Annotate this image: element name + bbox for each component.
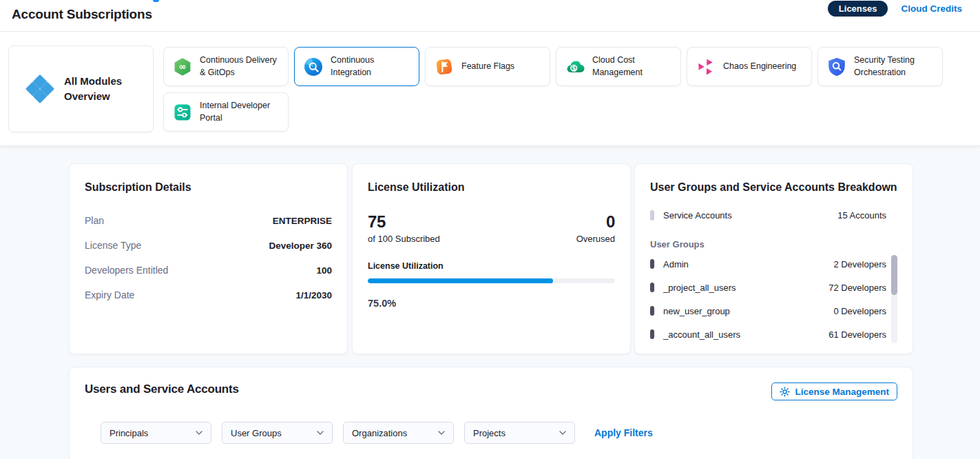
user-group-label: _project_all_users <box>663 283 828 293</box>
row-label: License Type <box>85 240 141 251</box>
gear-icon <box>780 387 790 397</box>
modules-grid: ∞ Continuous Delivery & GitOps Continuou… <box>163 47 943 132</box>
module-card-sto[interactable]: Security Testing Orchestration <box>817 47 943 86</box>
row-label: Developers Entitled <box>85 265 168 276</box>
row-value: Developer 360 <box>269 241 332 251</box>
user-group-label: _account_all_users <box>663 329 828 340</box>
row-value: 1/1/2030 <box>295 290 332 300</box>
module-card-idp[interactable]: Internal Developer Portal <box>163 92 289 132</box>
cloud-credits-tab[interactable]: Cloud Credits <box>901 3 962 14</box>
page-title: Account Subscriptions <box>12 7 152 22</box>
card-title: User Groups and Service Accounts Breakdo… <box>650 181 897 194</box>
projects-dropdown[interactable]: Projects <box>464 422 575 444</box>
user-group-value: 2 Developers <box>833 259 886 269</box>
service-accounts-label: Service Accounts <box>663 210 837 221</box>
row-value: 100 <box>316 265 332 276</box>
chevron-down-icon <box>559 431 566 435</box>
user-group-marker <box>650 329 654 339</box>
header-tabs: Licenses Cloud Credits <box>828 1 962 17</box>
chaos-icon <box>696 57 716 76</box>
licenses-tab[interactable]: Licenses <box>828 1 888 17</box>
ccm-icon: $ <box>565 57 585 76</box>
user-group-value: 61 Developers <box>828 329 886 340</box>
subscribed-count: 75 <box>368 212 440 232</box>
scrollbar-thumb[interactable] <box>891 255 897 295</box>
service-accounts-value: 15 Accounts <box>837 210 886 221</box>
sto-icon <box>827 57 846 76</box>
user-group-label: new_user_group <box>663 306 833 316</box>
top-bar: Account Subscriptions Licenses Cloud Cre… <box>0 0 980 32</box>
module-card-feature-flags[interactable]: Feature Flags <box>425 47 550 86</box>
user-group-marker <box>650 283 654 292</box>
idp-icon <box>173 103 192 122</box>
module-label: Feature Flags <box>461 61 514 73</box>
user-group-marker <box>650 306 654 316</box>
all-modules-icon <box>25 74 55 104</box>
module-label: Security Testing Orchestration <box>854 54 937 79</box>
user-group-value: 0 Developers <box>833 306 886 316</box>
organizations-dropdown[interactable]: Organizations <box>343 422 454 444</box>
utilization-progress-fill <box>368 278 553 283</box>
utilization-percent: 75.0% <box>368 298 615 309</box>
subscription-row-plan: Plan ENTERPRISE <box>85 208 332 233</box>
user-group-label: Admin <box>663 259 833 269</box>
user-groups-heading: User Groups <box>650 239 897 249</box>
license-management-label: License Management <box>795 387 889 397</box>
service-accounts-marker <box>650 210 654 221</box>
scrollbar-track[interactable] <box>891 255 897 343</box>
svg-text:∞: ∞ <box>179 61 187 72</box>
chevron-down-icon <box>317 431 324 435</box>
user-group-row: _account_all_users 61 Developers <box>650 323 886 346</box>
overused-count: 0 <box>576 212 615 232</box>
subscription-rows: Plan ENTERPRISE License Type Developer 3… <box>85 208 332 307</box>
users-section-title: Users and Service Accounts <box>85 382 239 396</box>
module-card-cd-gitops[interactable]: ∞ Continuous Delivery & GitOps <box>163 47 289 86</box>
module-selector-band: All Modules Overview ∞ Continuous Delive… <box>0 32 980 146</box>
user-group-row: new_user_group 0 Developers <box>650 299 886 323</box>
module-label: Cloud Cost Management <box>592 54 675 79</box>
user-groups-dropdown[interactable]: User Groups <box>222 422 333 444</box>
row-value: ENTERPRISE <box>273 216 332 226</box>
dropdown-value: User Groups <box>231 428 282 438</box>
module-label: Internal Developer Portal <box>200 100 282 124</box>
utilization-stats: 75 of 100 Subscribed 0 Overused <box>368 212 615 244</box>
apply-filters-button[interactable]: Apply Filters <box>594 427 653 438</box>
module-label: Continuous Integration <box>331 54 413 79</box>
card-title: License Utilization <box>368 181 615 194</box>
service-accounts-row: Service Accounts 15 Accounts <box>650 210 897 221</box>
principals-dropdown[interactable]: Principals <box>101 422 211 444</box>
clipped-breadcrumb-icon <box>153 0 159 2</box>
utilization-bar-label: License Utilization <box>368 261 615 271</box>
subscription-row-license-type: License Type Developer 360 <box>85 233 332 258</box>
subscription-row-developers-entitled: Developers Entitled 100 <box>85 258 332 283</box>
users-section-header: Users and Service Accounts License Manag… <box>85 382 897 400</box>
ci-icon <box>304 57 323 76</box>
dropdown-value: Projects <box>473 428 505 438</box>
module-label: Continuous Delivery & GitOps <box>200 54 282 79</box>
user-group-value: 72 Developers <box>828 283 886 293</box>
module-card-ci[interactable]: Continuous Integration <box>294 47 419 86</box>
subscribed-caption: of 100 Subscribed <box>368 234 440 244</box>
overused-caption: Overused <box>576 234 615 244</box>
license-management-button[interactable]: License Management <box>771 382 897 400</box>
module-label: Chaos Engineering <box>723 61 796 73</box>
cd-gitops-icon: ∞ <box>173 57 192 76</box>
module-card-chaos[interactable]: Chaos Engineering <box>687 47 812 86</box>
subscribed-stat: 75 of 100 Subscribed <box>368 212 440 244</box>
user-group-row: Admin 2 Developers <box>650 252 886 276</box>
svg-text:$: $ <box>572 64 576 71</box>
users-and-service-accounts-card: Users and Service Accounts License Manag… <box>69 367 913 459</box>
row-label: Plan <box>85 215 104 226</box>
all-modules-overview-card[interactable]: All Modules Overview <box>8 45 154 132</box>
filters-row: Principals User Groups Organizations Pro… <box>101 422 897 444</box>
utilization-progress-bar <box>368 278 615 283</box>
subscription-row-expiry-date: Expiry Date 1/1/2030 <box>85 283 332 307</box>
row-label: Expiry Date <box>85 289 134 300</box>
breakdown-card: User Groups and Service Accounts Breakdo… <box>634 163 913 354</box>
module-card-ccm[interactable]: $ Cloud Cost Management <box>556 47 681 86</box>
user-group-marker <box>650 259 654 269</box>
license-utilization-card: License Utilization 75 of 100 Subscribed… <box>352 163 631 354</box>
dropdown-value: Organizations <box>352 428 407 438</box>
card-title: Subscription Details <box>85 181 332 194</box>
chevron-down-icon <box>438 431 445 435</box>
